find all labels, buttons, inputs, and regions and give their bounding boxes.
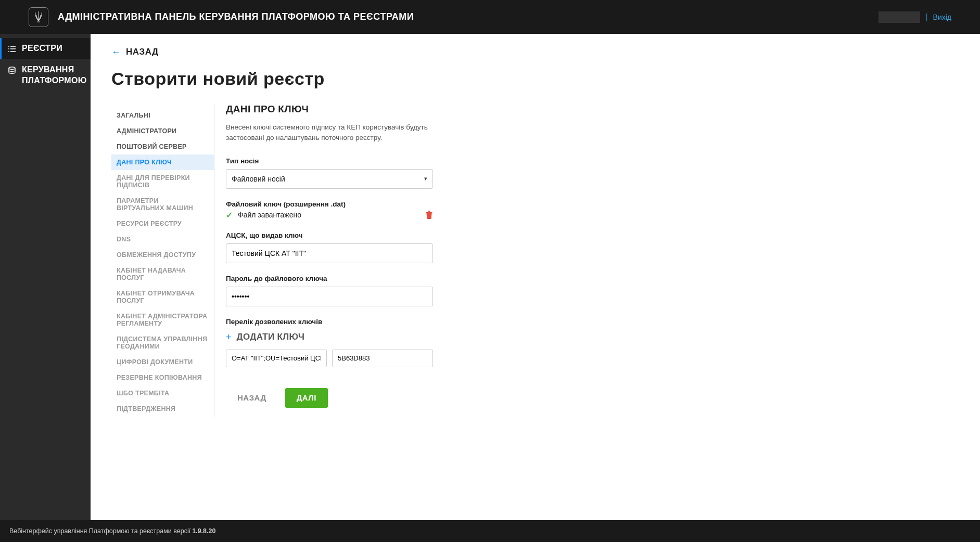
section-title: ДАНІ ПРО КЛЮЧ [226,104,433,115]
footer-text: Вебінтерфейс управління Платформою та ре… [9,527,190,535]
step-signature-check[interactable]: ДАНІ ДЛЯ ПЕРЕВІРКИ ПІДПИСІВ [111,170,214,193]
media-type-select[interactable]: Файловий носій ▾ [226,169,433,189]
sidebar-item-label: РЕЄСТРИ [22,43,62,54]
step-general[interactable]: ЗАГАЛЬНІ [111,108,214,123]
logo [29,7,48,27]
key-serial-input[interactable] [332,350,433,367]
form-buttons: НАЗАД ДАЛІ [226,388,433,408]
sidebar-item-registries[interactable]: РЕЄСТРИ [0,38,91,59]
file-loaded-text: Файл завантажено [238,211,301,219]
footer: Вебінтерфейс управління Платформою та ре… [0,520,980,542]
trident-icon [33,10,44,24]
file-key-label: Файловий ключ (розширення .dat) [226,200,433,208]
sidebar-item-label: КЕРУВАННЯ ПЛАТФОРМОЮ [22,64,86,86]
step-vm-params[interactable]: ПАРАМЕТРИ ВІРТУАЛЬНИХ МАШИН [111,193,214,216]
chevron-down-icon: ▾ [424,175,427,182]
footer-version: 1.9.8.20 [192,527,215,535]
back-link[interactable]: ← НАЗАД [111,47,159,57]
step-recipient-cabinet[interactable]: КАБІНЕТ ОТРИМУВАЧА ПОСЛУГ [111,286,214,308]
step-key-data[interactable]: ДАНІ ПРО КЛЮЧ [111,154,214,170]
arrow-left-icon: ← [111,47,121,57]
form-area: ДАНІ ПРО КЛЮЧ Внесені ключі системного п… [214,104,433,417]
step-confirmation[interactable]: ПІДТВЕРДЖЕННЯ [111,401,214,417]
step-trembita[interactable]: ШБО ТРЕМБІТА [111,385,214,401]
step-provider-cabinet[interactable]: КАБІНЕТ НАДАВАЧА ПОСЛУГ [111,263,214,286]
svg-point-6 [9,67,15,69]
step-dns[interactable]: DNS [111,231,214,247]
file-status-row: ✓ Файл завантажено [226,210,433,220]
add-key-label: ДОДАТИ КЛЮЧ [237,332,305,342]
file-status-left: ✓ Файл завантажено [226,210,301,220]
svg-rect-8 [428,211,430,212]
step-admins[interactable]: АДМІНІСТРАТОРИ [111,123,214,139]
key-inputs-row [226,350,433,367]
step-digital-documents[interactable]: ЦИФРОВІ ДОКУМЕНТИ [111,354,214,370]
sidebar: РЕЄСТРИ КЕРУВАННЯ ПЛАТФОРМОЮ [0,34,91,520]
plus-icon: + [226,332,232,342]
logout-link[interactable]: Вихід [933,13,951,21]
layers-icon [7,66,17,75]
header-right: | Вихід [879,11,951,23]
back-label: НАЗАД [126,47,159,57]
password-label: Пароль до файлового ключа [226,275,433,282]
svg-rect-7 [426,212,432,213]
step-regulation-admin-cabinet[interactable]: КАБІНЕТ АДМІНІСТРАТОРА РЕГЛАМЕНТУ [111,308,214,331]
main-content: ← НАЗАД Створити новий реєстр ЗАГАЛЬНІ А… [91,34,980,520]
issuer-label: АЦСК, що видав ключ [226,231,433,239]
sidebar-item-platform-management[interactable]: КЕРУВАННЯ ПЛАТФОРМОЮ [0,59,91,92]
list-icon [7,44,17,54]
trash-icon[interactable] [425,211,433,219]
allowed-keys-label: Перелік дозволених ключів [226,318,433,326]
back-button[interactable]: НАЗАД [226,388,278,408]
step-access-restrictions[interactable]: ОБМЕЖЕННЯ ДОСТУПУ [111,247,214,263]
step-geodata-subsystem[interactable]: ПІДСИСТЕМА УПРАВЛІННЯ ГЕОДАНИМИ [111,331,214,354]
issuer-input[interactable] [226,243,433,263]
step-registry-resources[interactable]: РЕСУРСИ РЕЄСТРУ [111,216,214,231]
user-name-placeholder [879,11,920,23]
section-description: Внесені ключі системного підпису та КЕП … [226,122,433,144]
add-key-button[interactable]: + ДОДАТИ КЛЮЧ [226,332,304,342]
next-button[interactable]: ДАЛІ [285,388,328,408]
page-title: Створити новий реєстр [111,69,959,89]
app-title: АДМІНІСТРАТИВНА ПАНЕЛЬ КЕРУВАННЯ ПЛАТФОР… [58,11,414,22]
media-type-value: Файловий носій [232,175,285,183]
step-mail-server[interactable]: ПОШТОВИЙ СЕРВЕР [111,139,214,154]
step-backup[interactable]: РЕЗЕРВНЕ КОПІЮВАННЯ [111,370,214,385]
check-icon: ✓ [226,210,233,220]
header-divider: | [925,12,927,22]
wizard-steps: ЗАГАЛЬНІ АДМІНІСТРАТОРИ ПОШТОВИЙ СЕРВЕР … [111,104,214,417]
header-left: АДМІНІСТРАТИВНА ПАНЕЛЬ КЕРУВАННЯ ПЛАТФОР… [29,7,414,27]
media-type-label: Тип носія [226,157,433,165]
app-header: АДМІНІСТРАТИВНА ПАНЕЛЬ КЕРУВАННЯ ПЛАТФОР… [0,0,980,34]
key-issuer-input[interactable] [226,350,327,367]
password-input[interactable] [226,287,433,306]
